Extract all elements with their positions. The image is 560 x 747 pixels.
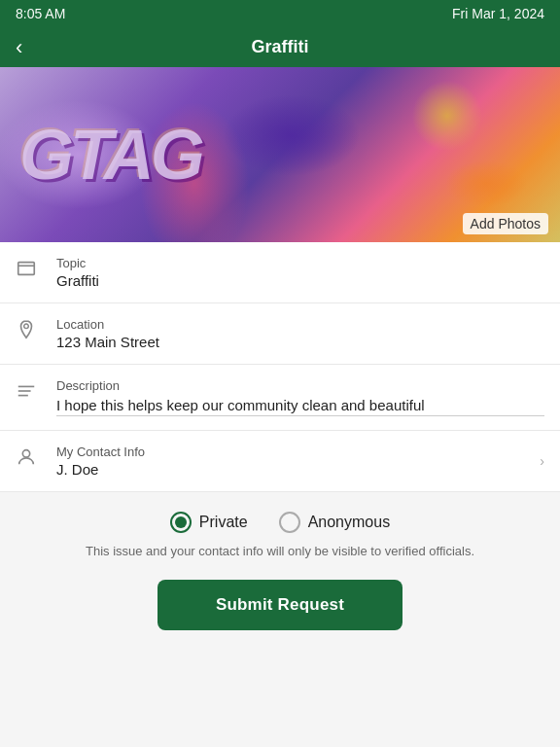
location-icon bbox=[16, 319, 43, 345]
nav-bar: ‹ Graffiti bbox=[0, 27, 560, 67]
form-container: Topic Graffiti Location 123 Main Street … bbox=[0, 242, 560, 492]
private-option[interactable]: Private bbox=[170, 512, 248, 533]
svg-rect-0 bbox=[18, 263, 35, 275]
privacy-section: Private Anonymous This issue and your co… bbox=[0, 492, 560, 669]
location-label: Location bbox=[56, 317, 544, 332]
topic-icon bbox=[16, 258, 43, 284]
status-date: Fri Mar 1, 2024 bbox=[452, 6, 544, 21]
svg-point-6 bbox=[22, 450, 29, 457]
contact-icon bbox=[16, 446, 43, 473]
privacy-note: This issue and your contact info will on… bbox=[16, 543, 544, 560]
private-radio-fill bbox=[175, 516, 187, 528]
location-row: Location 123 Main Street bbox=[0, 303, 560, 365]
anonymous-radio[interactable] bbox=[279, 512, 300, 533]
contact-row[interactable]: My Contact Info J. Doe › bbox=[0, 431, 560, 492]
location-content: Location 123 Main Street bbox=[56, 317, 544, 350]
anonymous-option[interactable]: Anonymous bbox=[279, 512, 391, 533]
graffiti-art-text: GTAG bbox=[19, 120, 201, 190]
status-bar: 8:05 AM Fri Mar 1, 2024 bbox=[0, 0, 560, 27]
status-time: 8:05 AM bbox=[16, 6, 65, 21]
description-row: Description bbox=[0, 365, 560, 431]
description-input[interactable] bbox=[56, 395, 544, 416]
topic-row: Topic Graffiti bbox=[0, 242, 560, 303]
private-radio[interactable] bbox=[170, 512, 192, 533]
contact-content: My Contact Info J. Doe bbox=[56, 445, 532, 478]
chevron-right-icon: › bbox=[540, 453, 544, 469]
contact-value: J. Doe bbox=[56, 461, 532, 478]
private-label: Private bbox=[199, 514, 248, 531]
back-button[interactable]: ‹ bbox=[16, 37, 22, 58]
anonymous-label: Anonymous bbox=[308, 514, 391, 531]
contact-label: My Contact Info bbox=[56, 445, 532, 459]
topic-content: Topic Graffiti bbox=[56, 256, 544, 289]
privacy-options: Private Anonymous bbox=[16, 512, 544, 533]
topic-value: Graffiti bbox=[56, 272, 544, 289]
add-photos-button[interactable]: Add Photos bbox=[463, 213, 548, 234]
submit-button[interactable]: Submit Request bbox=[158, 580, 402, 630]
page-title: Graffiti bbox=[251, 37, 308, 57]
description-content[interactable]: Description bbox=[56, 378, 544, 416]
hero-image: GTAG Add Photos bbox=[0, 67, 560, 242]
description-label: Description bbox=[56, 378, 544, 393]
location-value: 123 Main Street bbox=[56, 334, 544, 350]
topic-label: Topic bbox=[56, 256, 544, 270]
description-icon bbox=[16, 380, 43, 407]
svg-point-2 bbox=[24, 324, 29, 329]
